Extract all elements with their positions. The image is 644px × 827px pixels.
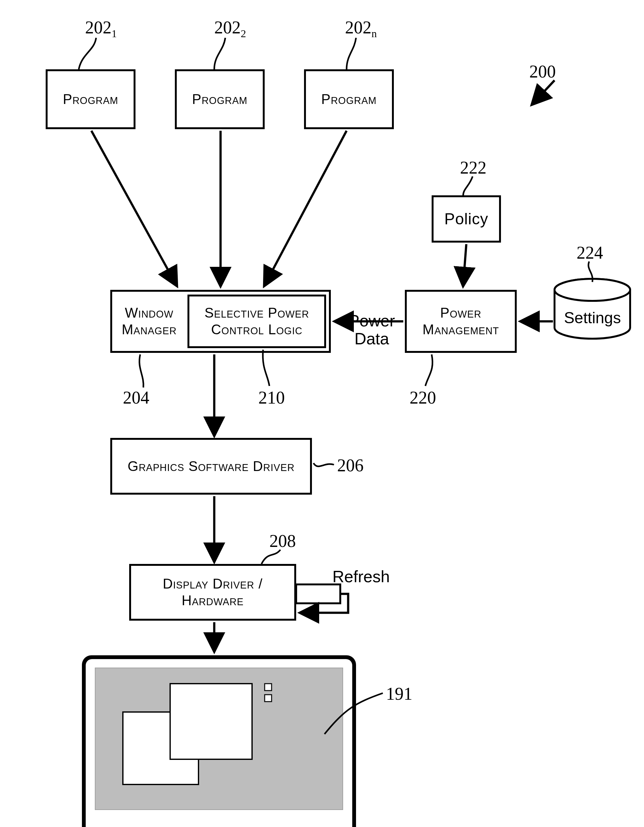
diagram-stage: 2021 2022 202n 200 Program Program Progr… [0, 0, 644, 827]
arrows-layer [0, 0, 644, 827]
svg-rect-9 [296, 584, 340, 603]
